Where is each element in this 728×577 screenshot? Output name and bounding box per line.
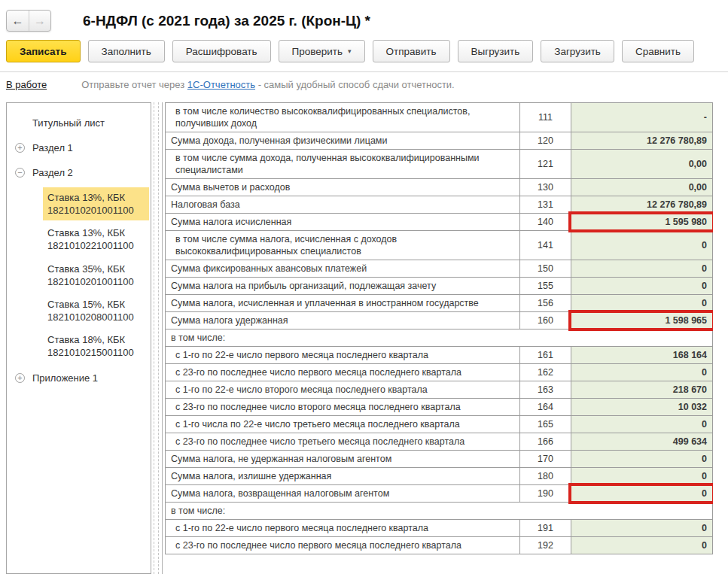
page-title: 6-НДФЛ (с 2021 года) за 2025 г. (Крон-Ц)… xyxy=(83,13,370,29)
row-value-field[interactable]: 10 032 xyxy=(571,399,713,416)
sidebar-item-stavka-13-kbk-1821010221001100[interactable]: Ставка 13%, КБК 1821010221001100 xyxy=(43,223,149,256)
row-value-field[interactable]: 1 595 980 xyxy=(571,214,713,231)
row-value-field[interactable]: 0 xyxy=(571,278,713,295)
row-code: 130 xyxy=(520,179,571,196)
table-row: с 1-го числа по 22-е число третьего меся… xyxy=(166,416,713,433)
sidebar-item-stavka-18-kbk-1821010215001100[interactable]: Ставка 18%, КБК 1821010215001100 xyxy=(43,329,149,363)
button-label: Заполнить xyxy=(102,46,151,57)
row-value-field[interactable]: 499 634 xyxy=(571,433,713,451)
vygruzit-button[interactable]: Выгрузить xyxy=(458,40,534,62)
status-message: Отправьте отчет через 1С-Отчетность - са… xyxy=(81,79,455,90)
row-label: Сумма фиксированных авансовых платежей xyxy=(166,260,520,278)
sidebar-item-label: Приложение 1 xyxy=(32,372,98,384)
sidebar-item-label: Ставка 13%, КБК 1821010201001100 xyxy=(47,192,134,216)
row-value-field[interactable]: 0 xyxy=(571,520,713,537)
row-code: 164 xyxy=(520,399,571,416)
row-value-field[interactable]: 0 xyxy=(571,468,713,485)
row-label: с 1-го по 22-е число первого месяца посл… xyxy=(166,347,520,364)
zagruzit-button[interactable]: Загрузить xyxy=(541,40,614,62)
row-code: 140 xyxy=(520,214,571,231)
row-value-field[interactable]: 0 xyxy=(571,451,713,468)
chevron-down-icon: ▾ xyxy=(348,47,352,55)
row-value-field[interactable]: 0,00 xyxy=(571,179,713,196)
1c-otchetnost-link[interactable]: 1С-Отчетность xyxy=(187,79,255,90)
row-label: Сумма налога на прибыль организаций, под… xyxy=(166,278,520,295)
table-row: Налоговая база13112 276 780,89 xyxy=(166,196,713,214)
table-row: Сумма налога удержанная1601 598 965 xyxy=(166,312,713,329)
row-code: 161 xyxy=(520,347,571,364)
row-label: Налоговая база xyxy=(166,196,520,214)
sidebar-item-titulny-list[interactable]: Титульный лист xyxy=(7,111,151,135)
expand-icon[interactable]: + xyxy=(15,143,25,153)
table-group-row: в том числе: xyxy=(166,503,713,520)
table-row: Сумма вычетов и расходов1300,00 xyxy=(166,179,713,196)
proverit-button[interactable]: Проверить▾ xyxy=(279,40,365,62)
row-value-field[interactable]: 12 276 780,89 xyxy=(571,196,713,214)
row-label: с 23-го по последнее число первого месяц… xyxy=(166,364,520,381)
row-code: 155 xyxy=(520,278,571,295)
row-value-field[interactable]: 0 xyxy=(571,231,713,260)
sidebar-item-label: Ставка 13%, КБК 1821010221001100 xyxy=(47,227,134,251)
table-row: Сумма налога, исчисленная и уплаченная в… xyxy=(166,295,713,312)
row-label: Сумма налога, не удержанная налоговым аг… xyxy=(166,451,520,468)
row-label: с 23-го по последнее число первого месяц… xyxy=(166,537,520,554)
row-label: с 1-го по 22-е число первого месяца посл… xyxy=(166,520,520,537)
sidebar-item-razdel-2[interactable]: −Раздел 2 xyxy=(7,160,151,185)
report-table: в том числе количество высококвалифициро… xyxy=(165,102,713,554)
row-value-field[interactable]: 12 276 780,89 xyxy=(571,132,713,150)
sidebar-item-prilozhenie-1[interactable]: +Приложение 1 xyxy=(7,366,151,390)
forward-arrow-icon[interactable]: → xyxy=(29,11,50,31)
row-value-field[interactable]: 0 xyxy=(571,295,713,312)
row-code: 165 xyxy=(520,416,571,433)
sidebar-item-label: Раздел 2 xyxy=(32,167,73,178)
row-label: с 23-го по последнее число третьего меся… xyxy=(166,433,520,451)
row-value-field[interactable]: 0 xyxy=(571,485,713,503)
row-value-field[interactable]: 0 xyxy=(571,260,713,278)
sidebar-item-stavka-13-kbk-1821010201001100[interactable]: Ставка 13%, КБК 1821010201001100 xyxy=(43,187,149,220)
status-message-prefix: Отправьте отчет через xyxy=(81,79,187,90)
sidebar-item-label: Ставка 35%, КБК 1821010201001100 xyxy=(47,263,134,287)
row-code: 192 xyxy=(520,537,571,554)
table-group-row: в том числе: xyxy=(166,329,713,347)
table-row: Сумма налога, не удержанная налоговым аг… xyxy=(166,451,713,468)
row-value-field[interactable]: 0 xyxy=(571,416,713,433)
collapse-icon[interactable]: − xyxy=(15,168,25,178)
row-value-field[interactable]: 168 164 xyxy=(571,347,713,364)
history-nav: ← → xyxy=(6,10,51,32)
row-value-field[interactable]: - xyxy=(571,103,713,132)
back-arrow-icon[interactable]: ← xyxy=(7,11,29,31)
row-value-field[interactable]: 0 xyxy=(571,364,713,381)
content-area: Титульный лист+Раздел 1−Раздел 2Ставка 1… xyxy=(0,98,728,574)
report-table-area: в том числе количество высококвалифициро… xyxy=(162,102,713,574)
otpravit-button[interactable]: Отправить xyxy=(373,40,450,62)
toolbar: ЗаписатьЗаполнитьРасшифроватьПроверить▾О… xyxy=(0,36,728,71)
table-row: в том числе количество высококвалифициро… xyxy=(166,103,713,132)
button-label: Загрузить xyxy=(554,46,601,57)
button-label: Проверить xyxy=(292,46,343,57)
sidebar-item-stavka-35-kbk-1821010201001100[interactable]: Ставка 35%, КБК 1821010201001100 xyxy=(43,259,149,292)
sidebar-item-stavka-15-kbk-1821010208001100[interactable]: Ставка 15%, КБК 1821010208001100 xyxy=(43,294,149,327)
table-row: в том числе сумма дохода, полученная выс… xyxy=(166,150,713,179)
expand-icon[interactable]: + xyxy=(15,373,25,383)
row-code: 162 xyxy=(520,364,571,381)
row-label: в том числе количество высококвалифициро… xyxy=(166,103,520,132)
rasshifrovat-button[interactable]: Расшифровать xyxy=(172,40,271,62)
zapisat-button[interactable]: Записать xyxy=(6,40,81,62)
row-value-field[interactable]: 0,00 xyxy=(571,150,713,179)
sidebar-item-razdel-1[interactable]: +Раздел 1 xyxy=(7,135,151,160)
sidebar-item-label: Ставка 15%, КБК 1821010208001100 xyxy=(47,299,134,323)
status-state-link[interactable]: В работе xyxy=(6,79,47,90)
row-value-field[interactable]: 1 598 965 xyxy=(571,312,713,329)
sravnit-button[interactable]: Сравнить xyxy=(622,40,694,62)
row-code: 150 xyxy=(520,260,571,278)
sidebar-item-label: Титульный лист xyxy=(32,117,105,129)
splitter-handle[interactable] xyxy=(154,102,159,574)
row-label: с 1-го числа по 22-е число третьего меся… xyxy=(166,416,520,433)
row-label: Сумма дохода, полученная физическими лиц… xyxy=(166,132,520,150)
status-message-suffix: - самый удобный способ сдачи отчетности. xyxy=(255,79,455,90)
row-value-field[interactable]: 218 670 xyxy=(571,381,713,399)
row-label: Сумма налога удержанная xyxy=(166,312,520,329)
zapolnit-button[interactable]: Заполнить xyxy=(88,40,165,62)
row-value-field[interactable]: 0 xyxy=(571,537,713,554)
row-label: Сумма налога, исчисленная и уплаченная в… xyxy=(166,295,520,312)
